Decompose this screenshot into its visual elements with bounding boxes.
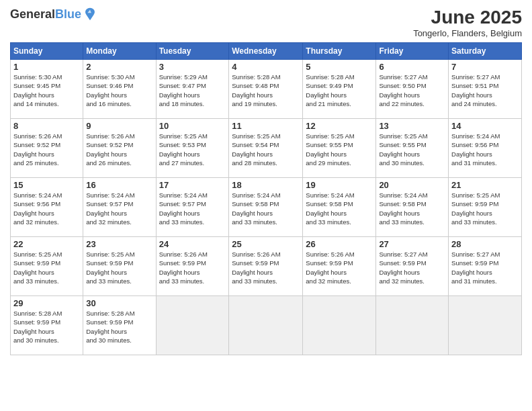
day-number: 13 <box>379 121 445 131</box>
day-number: 20 <box>379 180 445 190</box>
empty-cell <box>229 296 303 355</box>
day-number: 3 <box>159 62 226 72</box>
day-cell: 29 Sunrise: 5:28 AMSunset: 9:59 PMDaylig… <box>11 296 83 355</box>
day-number: 25 <box>232 239 300 249</box>
day-cell: 8 Sunrise: 5:26 AMSunset: 9:52 PMDayligh… <box>11 119 83 178</box>
day-cell: 9 Sunrise: 5:26 AMSunset: 9:52 PMDayligh… <box>83 119 156 178</box>
day-cell: 10 Sunrise: 5:25 AMSunset: 9:53 PMDaylig… <box>156 119 229 178</box>
col-tuesday: Tuesday <box>156 43 229 60</box>
day-info: Sunrise: 5:30 AMSunset: 9:46 PMDaylight … <box>86 73 152 108</box>
day-cell: 27 Sunrise: 5:27 AMSunset: 9:59 PMDaylig… <box>376 237 449 296</box>
day-info: Sunrise: 5:26 AMSunset: 9:59 PMDaylight … <box>306 250 373 285</box>
day-number: 10 <box>159 121 226 131</box>
day-info: Sunrise: 5:24 AMSunset: 9:58 PMDaylight … <box>232 191 300 226</box>
col-monday: Monday <box>83 43 156 60</box>
col-sunday: Sunday <box>11 43 83 60</box>
day-number: 15 <box>13 180 80 190</box>
empty-cell <box>303 296 376 355</box>
day-info: Sunrise: 5:28 AMSunset: 9:59 PMDaylight … <box>86 309 152 345</box>
day-info: Sunrise: 5:25 AMSunset: 9:55 PMDaylight … <box>306 132 373 167</box>
day-number: 21 <box>451 180 519 190</box>
col-saturday: Saturday <box>449 43 522 60</box>
calendar-row: 15 Sunrise: 5:24 AMSunset: 9:56 PMDaylig… <box>11 178 522 237</box>
calendar-title: June 2025 <box>413 7 522 28</box>
day-cell: 23 Sunrise: 5:25 AMSunset: 9:59 PMDaylig… <box>83 237 156 296</box>
day-cell: 25 Sunrise: 5:26 AMSunset: 9:59 PMDaylig… <box>229 237 303 296</box>
day-number: 18 <box>232 180 300 190</box>
day-info: Sunrise: 5:29 AMSunset: 9:47 PMDaylight … <box>159 73 226 108</box>
day-info: Sunrise: 5:25 AMSunset: 9:59 PMDaylight … <box>451 191 519 226</box>
title-block: June 2025 Tongerlo, Flanders, Belgium <box>413 7 522 38</box>
day-number: 11 <box>232 121 300 131</box>
day-info: Sunrise: 5:25 AMSunset: 9:54 PMDaylight … <box>232 132 300 167</box>
day-cell: 30 Sunrise: 5:28 AMSunset: 9:59 PMDaylig… <box>83 296 156 355</box>
day-number: 16 <box>86 180 152 190</box>
day-number: 9 <box>86 121 152 131</box>
col-thursday: Thursday <box>303 43 376 60</box>
day-info: Sunrise: 5:26 AMSunset: 9:59 PMDaylight … <box>232 250 300 285</box>
day-cell: 11 Sunrise: 5:25 AMSunset: 9:54 PMDaylig… <box>229 119 303 178</box>
logo-general: GeneralBlue <box>10 8 81 20</box>
day-info: Sunrise: 5:24 AMSunset: 9:56 PMDaylight … <box>451 132 519 167</box>
day-number: 17 <box>159 180 226 190</box>
day-info: Sunrise: 5:24 AMSunset: 9:56 PMDaylight … <box>13 191 80 226</box>
day-cell: 4 Sunrise: 5:28 AMSunset: 9:48 PMDayligh… <box>229 60 303 119</box>
day-cell: 28 Sunrise: 5:27 AMSunset: 9:59 PMDaylig… <box>449 237 522 296</box>
day-cell: 16 Sunrise: 5:24 AMSunset: 9:57 PMDaylig… <box>83 178 156 237</box>
day-number: 22 <box>13 239 80 249</box>
day-cell: 5 Sunrise: 5:28 AMSunset: 9:49 PMDayligh… <box>303 60 376 119</box>
day-cell: 1 Sunrise: 5:30 AMSunset: 9:45 PMDayligh… <box>11 60 83 119</box>
day-number: 4 <box>232 62 300 72</box>
day-number: 24 <box>159 239 226 249</box>
day-number: 7 <box>451 62 519 72</box>
day-info: Sunrise: 5:24 AMSunset: 9:58 PMDaylight … <box>306 191 373 226</box>
day-cell: 26 Sunrise: 5:26 AMSunset: 9:59 PMDaylig… <box>303 237 376 296</box>
day-cell: 19 Sunrise: 5:24 AMSunset: 9:58 PMDaylig… <box>303 178 376 237</box>
day-info: Sunrise: 5:28 AMSunset: 9:59 PMDaylight … <box>13 309 80 345</box>
day-number: 1 <box>13 62 80 72</box>
empty-cell <box>156 296 229 355</box>
day-cell: 6 Sunrise: 5:27 AMSunset: 9:50 PMDayligh… <box>376 60 449 119</box>
day-cell: 24 Sunrise: 5:26 AMSunset: 9:59 PMDaylig… <box>156 237 229 296</box>
day-cell: 2 Sunrise: 5:30 AMSunset: 9:46 PMDayligh… <box>83 60 156 119</box>
day-cell: 22 Sunrise: 5:25 AMSunset: 9:59 PMDaylig… <box>11 237 83 296</box>
day-number: 28 <box>451 239 519 249</box>
day-number: 29 <box>13 298 80 308</box>
calendar-header-row: Sunday Monday Tuesday Wednesday Thursday… <box>11 43 522 60</box>
day-cell: 15 Sunrise: 5:24 AMSunset: 9:56 PMDaylig… <box>11 178 83 237</box>
day-info: Sunrise: 5:25 AMSunset: 9:59 PMDaylight … <box>86 250 152 285</box>
day-number: 26 <box>306 239 373 249</box>
day-number: 2 <box>86 62 152 72</box>
empty-cell <box>376 296 449 355</box>
day-info: Sunrise: 5:28 AMSunset: 9:48 PMDaylight … <box>232 73 300 108</box>
day-number: 5 <box>306 62 373 72</box>
col-wednesday: Wednesday <box>229 43 303 60</box>
day-cell: 17 Sunrise: 5:24 AMSunset: 9:57 PMDaylig… <box>156 178 229 237</box>
calendar-row: 29 Sunrise: 5:28 AMSunset: 9:59 PMDaylig… <box>11 296 522 355</box>
day-info: Sunrise: 5:27 AMSunset: 9:51 PMDaylight … <box>451 73 519 108</box>
day-info: Sunrise: 5:24 AMSunset: 9:57 PMDaylight … <box>86 191 152 226</box>
calendar-subtitle: Tongerlo, Flanders, Belgium <box>413 28 522 38</box>
day-info: Sunrise: 5:28 AMSunset: 9:49 PMDaylight … <box>306 73 373 108</box>
empty-cell <box>449 296 522 355</box>
day-cell: 13 Sunrise: 5:25 AMSunset: 9:55 PMDaylig… <box>376 119 449 178</box>
day-info: Sunrise: 5:25 AMSunset: 9:55 PMDaylight … <box>379 132 445 167</box>
day-cell: 14 Sunrise: 5:24 AMSunset: 9:56 PMDaylig… <box>449 119 522 178</box>
day-number: 14 <box>451 121 519 131</box>
logo-icon <box>83 7 97 21</box>
day-info: Sunrise: 5:26 AMSunset: 9:52 PMDaylight … <box>13 132 80 167</box>
day-cell: 12 Sunrise: 5:25 AMSunset: 9:55 PMDaylig… <box>303 119 376 178</box>
day-cell: 7 Sunrise: 5:27 AMSunset: 9:51 PMDayligh… <box>449 60 522 119</box>
day-info: Sunrise: 5:25 AMSunset: 9:59 PMDaylight … <box>13 250 80 285</box>
page: GeneralBlue June 2025 Tongerlo, Flanders… <box>0 0 532 411</box>
day-number: 6 <box>379 62 445 72</box>
day-info: Sunrise: 5:30 AMSunset: 9:45 PMDaylight … <box>13 73 80 108</box>
day-number: 30 <box>86 298 152 308</box>
day-info: Sunrise: 5:27 AMSunset: 9:59 PMDaylight … <box>379 250 445 285</box>
day-cell: 3 Sunrise: 5:29 AMSunset: 9:47 PMDayligh… <box>156 60 229 119</box>
day-number: 8 <box>13 121 80 131</box>
day-cell: 18 Sunrise: 5:24 AMSunset: 9:58 PMDaylig… <box>229 178 303 237</box>
day-number: 19 <box>306 180 373 190</box>
calendar-row: 22 Sunrise: 5:25 AMSunset: 9:59 PMDaylig… <box>11 237 522 296</box>
day-info: Sunrise: 5:26 AMSunset: 9:59 PMDaylight … <box>159 250 226 285</box>
